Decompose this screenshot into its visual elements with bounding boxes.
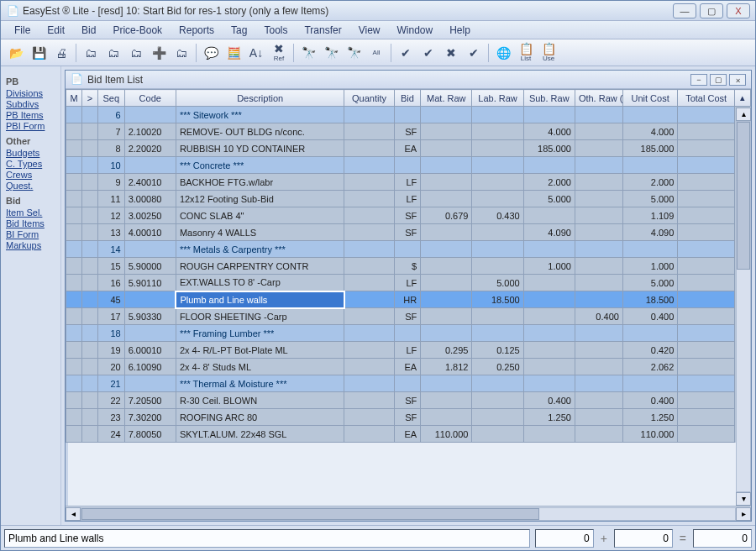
- cell-col-qty[interactable]: [344, 308, 394, 325]
- column-header[interactable]: Unit Cost: [622, 90, 677, 107]
- cell-unit[interactable]: 0.420: [622, 342, 677, 359]
- cell-code[interactable]: 2.20020: [124, 140, 176, 157]
- cell-unit[interactable]: 18.500: [622, 291, 677, 308]
- menu-file[interactable]: File: [6, 22, 39, 39]
- table-row[interactable]: 92.40010BACKHOE FTG.w/labrLF2.0002.000: [66, 174, 751, 191]
- cell-sub[interactable]: 0.400: [523, 392, 575, 409]
- find-button[interactable]: 🔭: [298, 43, 318, 63]
- cell-bid[interactable]: [394, 241, 421, 258]
- cell-code[interactable]: 2.10020: [124, 123, 176, 140]
- column-header[interactable]: Mat. Raw: [421, 90, 472, 107]
- cell-desc[interactable]: *** Thermal & Moisture ***: [176, 375, 344, 392]
- cell-col-qty[interactable]: [344, 392, 394, 409]
- cell-seq[interactable]: 17: [98, 308, 125, 325]
- cell-seq[interactable]: 22: [98, 392, 125, 409]
- cell-mat[interactable]: [421, 291, 472, 308]
- cell-code[interactable]: [124, 157, 176, 174]
- cell-bid[interactable]: SF: [394, 308, 421, 325]
- cell-col-qty[interactable]: [344, 375, 394, 392]
- sidebar-link-quest-[interactable]: Quest.: [6, 181, 55, 191]
- cell-mat[interactable]: [421, 123, 472, 140]
- menu-window[interactable]: Window: [389, 22, 442, 39]
- cell-tot[interactable]: [678, 241, 735, 258]
- cell-desc[interactable]: *** Framing Lumber ***: [176, 325, 344, 342]
- cell-mat[interactable]: 1.812: [421, 359, 472, 375]
- cell-lab[interactable]: [472, 426, 523, 443]
- status-description-field[interactable]: Plumb and Line walls: [4, 529, 530, 548]
- cell-col-qty[interactable]: [344, 291, 394, 308]
- menu-reports[interactable]: Reports: [171, 22, 223, 39]
- cell-seq[interactable]: 13: [98, 224, 125, 241]
- bid-item-table[interactable]: M>SeqCodeDescriptionQuantityBidMat. RawL…: [66, 89, 751, 443]
- cell-sub[interactable]: [523, 275, 575, 291]
- new-button[interactable]: 📂: [6, 43, 26, 63]
- cell-lab[interactable]: [472, 107, 523, 123]
- cell-sub[interactable]: 4.000: [523, 123, 575, 140]
- next-button[interactable]: 🔭: [321, 43, 341, 63]
- cell-tot[interactable]: [678, 174, 735, 191]
- cell-oth[interactable]: [575, 207, 622, 224]
- cell-col-qty[interactable]: [344, 107, 394, 123]
- sidebar-link-item-sel-[interactable]: Item Sel.: [6, 207, 55, 218]
- cell-col-m[interactable]: [66, 275, 82, 291]
- cell-oth[interactable]: [575, 157, 622, 174]
- cell-col-gt[interactable]: [82, 224, 98, 241]
- cell-desc[interactable]: RUBBISH 10 YD CONTAINER: [176, 140, 344, 157]
- sidebar-link-budgets[interactable]: Budgets: [6, 148, 55, 158]
- scroll-y-track[interactable]: [736, 121, 751, 492]
- cell-seq[interactable]: 15: [98, 258, 125, 275]
- cell-lab[interactable]: [472, 375, 523, 392]
- cell-mat[interactable]: [421, 392, 472, 409]
- cell-mat[interactable]: [421, 174, 472, 191]
- cell-tot[interactable]: [678, 140, 735, 157]
- cell-seq[interactable]: 20: [98, 359, 125, 375]
- menu-bid[interactable]: Bid: [73, 22, 104, 39]
- cell-unit[interactable]: 2.062: [622, 359, 677, 375]
- cell-oth[interactable]: [575, 224, 622, 241]
- cell-seq[interactable]: 12: [98, 207, 125, 224]
- cell-desc[interactable]: ROOFING ARC 80: [176, 409, 344, 426]
- cell-mat[interactable]: [421, 140, 472, 157]
- cell-bid[interactable]: EA: [394, 426, 421, 443]
- cell-mat[interactable]: [421, 258, 472, 275]
- column-header[interactable]: Code: [124, 90, 176, 107]
- cell-oth[interactable]: [575, 123, 622, 140]
- cell-col-qty[interactable]: [344, 426, 394, 443]
- sidebar-link-c--types[interactable]: C. Types: [6, 159, 55, 169]
- cell-unit[interactable]: 5.000: [622, 191, 677, 207]
- cell-col-qty[interactable]: [344, 275, 394, 291]
- cell-unit[interactable]: 4.000: [622, 123, 677, 140]
- cell-col-qty[interactable]: [344, 123, 394, 140]
- cell-bid[interactable]: SF: [394, 207, 421, 224]
- cell-desc[interactable]: FLOOR SHEETING -Carp: [176, 308, 344, 325]
- cell-bid[interactable]: $: [394, 258, 421, 275]
- cell-tot[interactable]: [678, 224, 735, 241]
- sort-asc-button[interactable]: A↓: [246, 43, 266, 63]
- cell-col-m[interactable]: [66, 359, 82, 375]
- cell-sub[interactable]: [523, 426, 575, 443]
- scroll-down-button[interactable]: ▾: [736, 492, 751, 506]
- check-2-button[interactable]: ✔: [418, 43, 438, 63]
- cell-sub[interactable]: 5.000: [523, 191, 575, 207]
- prev-button[interactable]: 🔭: [344, 43, 364, 63]
- table-row[interactable]: 155.90000ROUGH CARPENTRY CONTR$1.0001.00…: [66, 258, 751, 275]
- cell-lab[interactable]: [472, 157, 523, 174]
- cell-seq[interactable]: 45: [98, 291, 125, 308]
- cell-tot[interactable]: [678, 275, 735, 291]
- cell-desc[interactable]: *** Sitework ***: [176, 107, 344, 123]
- cell-code[interactable]: 7.30200: [124, 409, 176, 426]
- cell-tot[interactable]: [678, 207, 735, 224]
- cell-desc[interactable]: BACKHOE FTG.w/labr: [176, 174, 344, 191]
- sidebar-link-markups[interactable]: Markups: [6, 240, 55, 250]
- cell-tot[interactable]: [678, 157, 735, 174]
- cell-oth[interactable]: [575, 191, 622, 207]
- cell-sub[interactable]: 185.000: [523, 140, 575, 157]
- cell-oth[interactable]: [575, 375, 622, 392]
- sidebar-link-crews[interactable]: Crews: [6, 170, 55, 180]
- table-row[interactable]: 45Plumb and Line wallsHR18.50018.500: [66, 291, 751, 308]
- cell-col-m[interactable]: [66, 191, 82, 207]
- menu-help[interactable]: Help: [441, 22, 479, 39]
- cell-unit[interactable]: [622, 107, 677, 123]
- cell-tot[interactable]: [678, 123, 735, 140]
- cell-oth[interactable]: [575, 241, 622, 258]
